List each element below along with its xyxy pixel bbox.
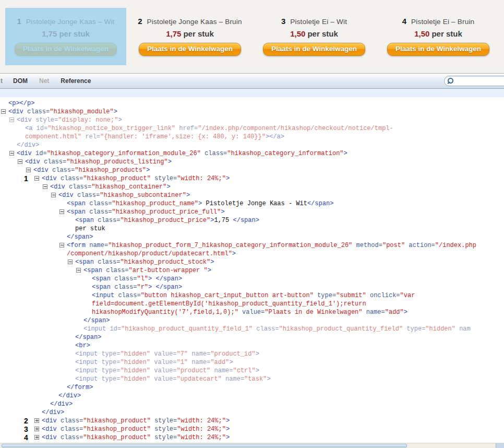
code-row[interactable]: −<span class="art-button-wrapper "> <box>0 266 504 275</box>
tab-net: Net <box>33 77 55 85</box>
code-row[interactable]: <span class="r"> </span> <box>0 283 504 291</box>
code-attribute-value: "hikashop_notice_box_trigger_link" <box>47 125 175 132</box>
code-attribute-name: name= <box>214 367 233 374</box>
code-row[interactable]: <span class="l"> </span> <box>0 275 504 283</box>
code-attribute-value: "hidden" <box>120 359 150 366</box>
code-row[interactable]: +4<div class="hikashop_product" style="w… <box>0 433 504 442</box>
code-row[interactable]: hikashopModifyQuantity('7',field,1,0);" … <box>0 308 504 316</box>
code-tag: > <box>226 175 230 182</box>
code-row[interactable]: </span> <box>0 316 504 325</box>
code-row[interactable]: /component/hikashop/product/updatecart.h… <box>0 250 504 258</box>
code-row[interactable]: per stuk <box>0 225 504 233</box>
collapse-toggle-icon[interactable]: − <box>76 268 81 273</box>
code-row[interactable]: −1<div class="hikashop_product" style="w… <box>0 174 504 183</box>
code-text <box>151 175 154 182</box>
code-row[interactable]: field=document.getElementById('hikashop_… <box>0 300 504 308</box>
add-to-cart-button[interactable]: Plaats in de Winkelwagen <box>139 43 241 56</box>
code-row[interactable]: <span class="hikashop_product_price">1,7… <box>0 216 504 225</box>
expand-toggle-icon[interactable]: + <box>34 427 39 431</box>
code-row[interactable]: component.html" rel="{handler: 'iframe',… <box>0 133 504 141</box>
tab-dom[interactable]: DOM <box>7 77 33 85</box>
code-row[interactable]: </span> <box>0 233 504 241</box>
collapse-toggle-icon[interactable]: − <box>51 193 56 197</box>
tab-reference[interactable]: Reference <box>55 77 97 85</box>
product-name: Pistoletje Ei – Bruin <box>411 18 474 26</box>
collapse-toggle-icon[interactable]: − <box>68 260 73 264</box>
code-text <box>201 150 205 157</box>
code-tag: > <box>221 208 224 216</box>
code-tag: <div <box>42 175 61 182</box>
code-attribute-value: "art-button-wrapper " <box>128 267 207 274</box>
code-row[interactable]: −<div class="hikashop_module"> <box>0 108 504 116</box>
code-row[interactable]: <br> <box>0 341 504 350</box>
collapse-toggle-icon[interactable]: − <box>9 151 14 156</box>
code-row[interactable]: −<form name="hikashop_product_form_7_hik… <box>0 241 504 250</box>
product-card: 3Pistoletje Ei – Wit1,50per stukPlaats i… <box>254 8 375 65</box>
code-row[interactable]: <input id="hikashop_product_quantity_fie… <box>0 325 504 333</box>
product-card: 4Pistoletje Ei – Bruin1,50per stukPlaats… <box>378 8 499 65</box>
collapse-toggle-icon[interactable]: − <box>26 168 31 172</box>
collapse-toggle-icon[interactable]: − <box>34 176 39 181</box>
code-attribute-value: "product_id" <box>210 350 255 358</box>
code-row[interactable]: +2<div class="hikashop_product" style="w… <box>0 417 504 425</box>
scrollbar-thumb[interactable] <box>2 444 407 447</box>
code-row[interactable]: −<div class="hikashop_products_listing"> <box>0 158 504 166</box>
code-text <box>151 417 154 425</box>
code-attribute-value: "1" <box>176 359 188 366</box>
expand-toggle-icon[interactable]: + <box>34 418 39 423</box>
code-attribute-value: "ctrl" <box>233 367 256 374</box>
horizontal-scrollbar[interactable] <box>0 443 504 448</box>
collapse-toggle-icon[interactable]: − <box>18 159 22 164</box>
code-row[interactable]: −<div class="hikashop_container"> <box>0 183 504 191</box>
collapse-toggle-icon[interactable]: − <box>59 209 64 214</box>
code-row[interactable]: −<div class="hikashop_subcontainer"> <box>0 191 504 199</box>
code-row[interactable]: −<div id="hikashop_category_information_… <box>0 149 504 158</box>
code-row[interactable]: </div> <box>0 392 504 400</box>
code-row[interactable]: −<span class="hikashop_product_price_ful… <box>0 208 504 216</box>
code-row[interactable]: <input type="hidden" value="product" nam… <box>0 367 504 375</box>
expand-toggle-icon[interactable]: + <box>34 435 39 440</box>
code-attribute-value: "hikashop_container" <box>91 183 166 191</box>
code-attribute-value: "hikashop_module" <box>50 108 113 115</box>
code-row[interactable]: </span> <box>0 333 504 341</box>
collapse-toggle-icon[interactable]: − <box>59 243 64 247</box>
code-row[interactable]: <input type="hidden" value="1" name="add… <box>0 358 504 367</box>
code-attribute-name: class= <box>98 217 120 224</box>
code-attribute-value: "display: none;" <box>58 116 118 124</box>
code-row[interactable]: </div> <box>0 408 504 417</box>
code-row[interactable]: <span class="hikashop_product_name"> Pis… <box>0 199 504 208</box>
code-tag: <span <box>92 275 114 282</box>
collapse-toggle-icon[interactable]: − <box>9 117 14 122</box>
product-price-line: 1,50per stuk <box>378 29 499 38</box>
search-input[interactable] <box>454 77 504 85</box>
code-row[interactable]: +3<div class="hikashop_product" style="w… <box>0 425 504 433</box>
code-attribute-name: onclick= <box>370 292 400 299</box>
code-tag: </span> <box>307 200 333 207</box>
tab-t[interactable]: t <box>0 77 7 85</box>
code-row[interactable]: </div> <box>0 400 504 408</box>
search-box[interactable] <box>444 76 504 86</box>
code-attribute-name: class= <box>61 175 83 182</box>
dom-tree: <p></p>−<div class="hikashop_module">−<d… <box>0 97 504 443</box>
code-row[interactable]: <input class="button hikashop_cart_input… <box>0 291 504 300</box>
add-to-cart-button[interactable]: Plaats in de Winkelwagen <box>387 43 489 56</box>
code-attribute-name: type= <box>101 359 120 366</box>
add-to-cart-button[interactable]: Plaats in de Winkelwagen <box>263 43 365 56</box>
code-row[interactable]: <input type="hidden" value="updatecart" … <box>0 375 504 383</box>
code-row[interactable]: −<span class="hikashop_product_stock"> <box>0 258 504 266</box>
code-attribute-name: id= <box>110 325 121 333</box>
code-attribute-value: "hikashop_product" <box>83 417 151 425</box>
code-row[interactable]: −<div class="hikashop_products"> <box>0 166 504 174</box>
code-attribute-value: "post" <box>382 242 405 249</box>
code-row[interactable]: −<div style="display: none;"> <box>0 116 504 124</box>
product-listing: 1Pistoletje Jonge Kaas – Wit1,75per stuk… <box>0 0 504 74</box>
code-attribute-value: "l" <box>137 275 148 282</box>
code-row[interactable]: <p></p> <box>0 99 504 108</box>
code-row[interactable]: <a id="hikashop_notice_box_trigger_link"… <box>0 124 504 133</box>
code-row[interactable]: </div> <box>0 141 504 149</box>
code-row[interactable]: <input type="hidden" value="7" name="pro… <box>0 350 504 358</box>
code-row[interactable]: </form> <box>0 383 504 392</box>
code-attribute-value: "hikashop_product" <box>83 426 151 433</box>
collapse-toggle-icon[interactable]: − <box>43 184 47 189</box>
collapse-toggle-icon[interactable]: − <box>1 109 6 114</box>
